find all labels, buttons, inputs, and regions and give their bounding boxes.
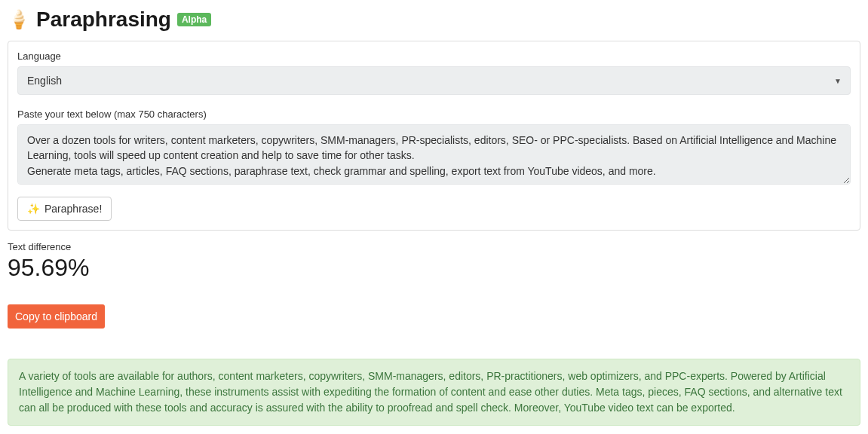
page-header: 🍦 Paraphrasing Alpha bbox=[8, 8, 860, 32]
text-input[interactable] bbox=[17, 124, 851, 185]
language-select[interactable]: English bbox=[17, 66, 851, 95]
paraphrase-button-label: Paraphrase! bbox=[44, 203, 102, 215]
alpha-badge: Alpha bbox=[177, 13, 211, 26]
textarea-label: Paste your text below (max 750 character… bbox=[17, 108, 851, 120]
app-icon: 🍦 bbox=[8, 9, 30, 30]
paraphrase-button[interactable]: ✨ Paraphrase! bbox=[17, 197, 112, 221]
language-select-wrapper: English ▼ bbox=[17, 66, 851, 95]
paraphrased-result: A variety of tools are available for aut… bbox=[8, 359, 860, 426]
language-label: Language bbox=[17, 50, 851, 62]
sparkles-icon: ✨ bbox=[27, 203, 40, 215]
input-card: Language English ▼ Paste your text below… bbox=[8, 41, 860, 231]
text-difference-label: Text difference bbox=[8, 241, 860, 252]
text-difference-section: Text difference 95.69% bbox=[8, 241, 860, 282]
copy-to-clipboard-button[interactable]: Copy to clipboard bbox=[8, 304, 105, 329]
text-difference-value: 95.69% bbox=[8, 254, 860, 282]
page-title: Paraphrasing bbox=[36, 8, 171, 32]
